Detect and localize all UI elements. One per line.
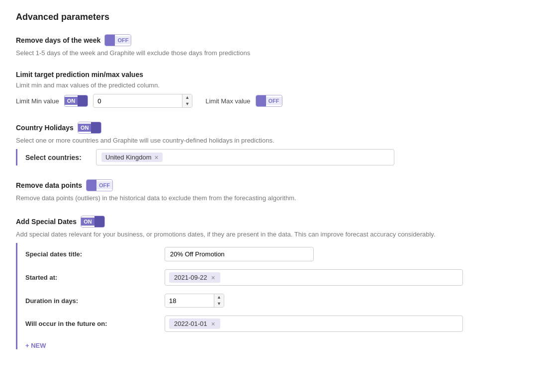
country-select-row: Select countries: United Kingdom × (25, 149, 531, 165)
future-date-0: 2022-01-01 (174, 320, 207, 327)
limit-min-toggle[interactable]: ON (64, 95, 89, 107)
special-dates-desc: Add special dates relevant for your busi… (16, 231, 531, 238)
special-dates-toggle[interactable]: ON (81, 216, 105, 228)
country-select-block: Select countries: United Kingdom × (16, 149, 531, 165)
country-holidays-block: Country Holidays ON Select one or more c… (16, 122, 531, 165)
duration-row: Duration in days: ▲ ▼ (25, 290, 531, 312)
special-dates-title-row: Special dates title: (25, 243, 531, 265)
remove-data-points-toggle[interactable]: OFF (86, 179, 113, 191)
future-tag-0: 2022-01-01 × (169, 318, 220, 329)
special-dates-details: Special dates title: Started at: 2021-09… (16, 243, 531, 349)
limit-min-label: Limit Min value (16, 97, 59, 105)
limit-min-spin-up[interactable]: ▲ (182, 94, 192, 101)
add-new-button[interactable]: + NEW (25, 342, 46, 349)
limit-min-spin-down[interactable]: ▼ (182, 101, 192, 107)
started-at-tags-box[interactable]: 2021-09-22 × (165, 269, 463, 286)
future-occur-label: Will occur in the future on: (25, 320, 159, 327)
duration-input-wrap: ▲ ▼ (165, 294, 224, 308)
started-at-date-0: 2021-09-22 (174, 274, 207, 281)
special-dates-block: Add Special Dates ON Add special dates r… (16, 216, 531, 349)
country-select-label: Select countries: (25, 154, 90, 161)
future-remove-0[interactable]: × (211, 320, 215, 327)
started-at-remove-0[interactable]: × (211, 274, 215, 281)
future-tags-box[interactable]: 2022-01-01 × (165, 315, 463, 332)
country-holidays-toggle[interactable]: ON (78, 122, 102, 134)
limit-max-toggle[interactable]: OFF (256, 95, 282, 107)
country-tag-uk-label: United Kingdom (105, 154, 152, 161)
limit-target-desc: Limit min and max values of the predicte… (16, 81, 531, 89)
country-tag-uk: United Kingdom × (101, 153, 163, 162)
limit-max-label: Limit Max value (205, 97, 250, 105)
limit-values-row: Limit Min value ON ▲ ▼ Limit Max value O… (16, 94, 531, 108)
country-holidays-label: Country Holidays ON (16, 122, 531, 134)
remove-days-toggle[interactable]: OFF (104, 34, 131, 46)
remove-data-points-block: Remove data points OFF Remove data point… (16, 179, 531, 202)
country-holidays-desc: Select one or more countries and Graphit… (16, 137, 531, 144)
duration-input[interactable] (165, 295, 214, 307)
duration-spinners: ▲ ▼ (214, 294, 224, 307)
duration-spin-down[interactable]: ▼ (214, 301, 224, 307)
special-dates-title-label: Special dates title: (25, 250, 159, 258)
remove-data-points-desc: Remove data points (outliers) in the his… (16, 194, 531, 202)
limit-target-label: Limit target prediction min/max values (16, 71, 531, 78)
limit-target-block: Limit target prediction min/max values L… (16, 71, 531, 108)
duration-spin-up[interactable]: ▲ (214, 294, 224, 301)
limit-min-spinners: ▲ ▼ (182, 94, 192, 107)
limit-min-input-wrap: ▲ ▼ (93, 94, 192, 108)
remove-days-desc: Select 1-5 days of the week and Graphite… (16, 49, 531, 57)
special-dates-label: Add Special Dates ON (16, 216, 531, 228)
page-title: Advanced parameters (16, 12, 531, 22)
remove-days-label: Remove days of the week OFF (16, 34, 531, 46)
remove-days-block: Remove days of the week OFF Select 1-5 d… (16, 34, 531, 57)
started-at-row: Started at: 2021-09-22 × (25, 265, 531, 290)
started-at-label: Started at: (25, 274, 159, 281)
country-tags-box[interactable]: United Kingdom × (96, 149, 394, 165)
remove-data-points-label: Remove data points OFF (16, 179, 531, 191)
started-at-tag-0: 2021-09-22 × (169, 272, 220, 283)
country-tag-uk-remove[interactable]: × (155, 154, 159, 161)
future-occur-row: Will occur in the future on: 2022-01-01 … (25, 312, 531, 336)
limit-min-input[interactable] (93, 95, 182, 107)
special-dates-title-input[interactable] (165, 247, 314, 261)
duration-label: Duration in days: (25, 297, 159, 305)
